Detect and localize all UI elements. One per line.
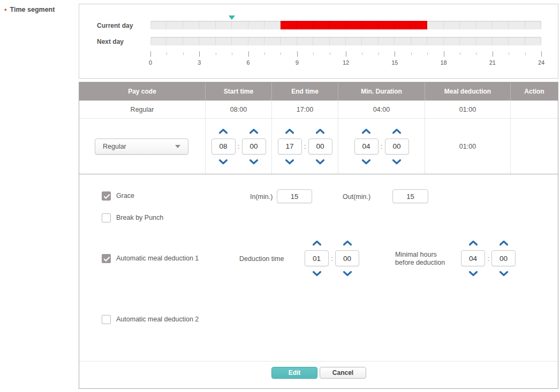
minimal-hour-down-button[interactable] <box>468 271 478 276</box>
min-duration-minute-down-button[interactable] <box>392 159 402 165</box>
minimal-hours-spinner: : <box>461 240 516 276</box>
grace-option: Grace <box>102 191 134 201</box>
cell-end-time: 17:00 <box>271 101 338 118</box>
pay-code-dropdown[interactable]: Regular <box>95 139 188 155</box>
grace-in-label: In(min.) <box>250 193 273 201</box>
auto-meal-deduction-2-label: Automatic meal deduction 2 <box>116 315 199 324</box>
pay-code-dropdown-value: Regular <box>103 143 126 150</box>
end-hour-up-button[interactable] <box>285 128 294 134</box>
time-segment-field-label: •Time segment <box>4 5 55 13</box>
start-hour-up-button[interactable] <box>218 128 228 134</box>
grace-label: Grace <box>116 191 134 201</box>
cell-min-duration: 04:00 <box>338 101 425 118</box>
start-hour-down-button[interactable] <box>218 159 228 165</box>
grace-out-label: Out(min.) <box>343 193 370 201</box>
auto-meal-deduction-1-label: Automatic meal deduction 1 <box>116 254 199 263</box>
start-hour-input[interactable] <box>211 139 236 155</box>
header-start-time: Start time <box>205 82 271 101</box>
current-day-label: Current day <box>97 22 133 29</box>
deduction-minute-down-button[interactable] <box>343 271 352 276</box>
start-time-spinner: : <box>211 128 266 165</box>
next-day-bar <box>150 37 541 45</box>
cell-start-time: 08:00 <box>205 101 271 118</box>
break-by-punch-label: Break by Punch <box>116 213 163 222</box>
end-time-spinner: : <box>278 128 332 165</box>
button-area-divider <box>79 361 558 362</box>
minimal-hour-up-button[interactable] <box>468 240 478 246</box>
break-by-punch-option: Break by Punch <box>102 213 163 222</box>
current-day-bar <box>150 21 541 29</box>
deduction-minute-input[interactable] <box>335 250 359 266</box>
end-hour-down-button[interactable] <box>285 159 294 165</box>
colon-separator: : <box>379 142 385 150</box>
required-marker: • <box>4 5 7 13</box>
start-minute-input[interactable] <box>242 139 266 155</box>
cell-pay-code: Regular <box>79 101 205 118</box>
colon-separator: : <box>236 142 242 150</box>
table-row: Regular 08:00 17:00 04:00 01:00 <box>79 101 558 119</box>
deduction-time-spinner: : <box>305 240 359 276</box>
deduction-minute-up-button[interactable] <box>343 240 352 246</box>
deduction-hour-down-button[interactable] <box>312 271 322 276</box>
timeline-axis: 03691215182124 <box>150 51 541 73</box>
header-pay-code: Pay code <box>79 82 205 101</box>
auto-meal-deduction-2-option: Automatic meal deduction 2 <box>102 315 199 324</box>
min-duration-minute-up-button[interactable] <box>392 128 402 134</box>
minimal-hours-label: Minimal hours before deduction <box>395 251 455 267</box>
cell-meal-deduction: 01:00 <box>425 101 510 118</box>
min-duration-minute-input[interactable] <box>385 139 409 155</box>
edit-row: Regular : <box>79 119 558 174</box>
edit-button[interactable]: Edit <box>271 367 317 379</box>
grace-out-input[interactable] <box>392 189 428 203</box>
next-day-label: Next day <box>97 38 124 45</box>
timeline-segment <box>281 21 427 29</box>
start-minute-up-button[interactable] <box>249 128 259 134</box>
time-segment-form: Pay code Start time End time Min. Durati… <box>79 82 558 389</box>
colon-separator: : <box>329 255 335 263</box>
header-action: Action <box>510 82 558 101</box>
minimal-hour-input[interactable] <box>461 250 485 266</box>
min-duration-hour-down-button[interactable] <box>361 159 371 165</box>
deduction-hour-up-button[interactable] <box>312 240 322 246</box>
cancel-button[interactable]: Cancel <box>320 367 366 379</box>
end-minute-up-button[interactable] <box>315 128 325 134</box>
grace-checkbox[interactable] <box>102 191 111 201</box>
end-minute-down-button[interactable] <box>315 159 325 165</box>
header-meal-deduction: Meal deduction <box>425 82 510 101</box>
deduction-time-label: Deduction time <box>239 255 284 263</box>
chevron-down-icon <box>175 145 180 148</box>
table-header-row: Pay code Start time End time Min. Durati… <box>79 82 558 101</box>
minimal-minute-up-button[interactable] <box>499 240 509 246</box>
start-minute-down-button[interactable] <box>249 159 259 165</box>
minimal-minute-input[interactable] <box>491 250 516 266</box>
cell-action <box>510 101 558 118</box>
end-minute-input[interactable] <box>308 139 332 155</box>
timeline-panel: Current day Next day 03691215182124 <box>79 4 558 79</box>
end-hour-input[interactable] <box>278 139 302 155</box>
break-by-punch-checkbox[interactable] <box>102 213 111 222</box>
colon-separator: : <box>302 142 308 150</box>
header-end-time: End time <box>271 82 338 101</box>
grace-in-input[interactable] <box>277 189 312 203</box>
timeline-marker-icon <box>229 16 235 20</box>
auto-meal-deduction-1-option: Automatic meal deduction 1 <box>102 254 199 263</box>
min-duration-spinner: : <box>354 128 409 165</box>
edit-action-cell <box>510 119 558 174</box>
edit-meal-deduction-value: 01:00 <box>459 143 476 150</box>
field-label-text: Time segment <box>10 6 55 13</box>
min-duration-hour-up-button[interactable] <box>361 128 371 134</box>
min-duration-hour-input[interactable] <box>354 139 379 155</box>
header-min-duration: Min. Duration <box>338 82 425 101</box>
deduction-hour-input[interactable] <box>305 250 329 266</box>
colon-separator: : <box>485 255 491 263</box>
auto-meal-deduction-1-checkbox[interactable] <box>102 254 111 263</box>
auto-meal-deduction-2-checkbox[interactable] <box>102 315 111 324</box>
minimal-minute-down-button[interactable] <box>499 271 509 276</box>
